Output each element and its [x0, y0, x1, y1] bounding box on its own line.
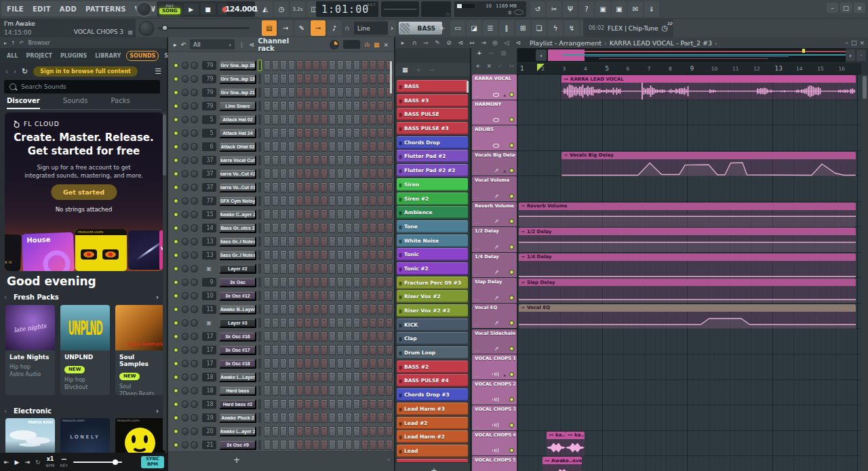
step-button[interactable] [280, 386, 287, 396]
track-options-icon[interactable]: … [475, 424, 479, 428]
audio-clip[interactable]: ⊶ka..6 [566, 432, 585, 456]
graph-editor-icon[interactable]: ılı [364, 41, 370, 48]
step-button[interactable] [337, 237, 344, 247]
step-button[interactable] [337, 142, 344, 152]
step-button[interactable] [321, 304, 328, 314]
playlist-scrollbar[interactable] [861, 75, 868, 471]
audio-clip[interactable]: ⊶Awake..everb [542, 457, 582, 471]
automation-icon[interactable]: ⊸ [494, 270, 499, 274]
track-led[interactable] [509, 117, 514, 122]
step-button[interactable] [337, 359, 344, 369]
pattern-add-icon[interactable]: + [438, 20, 446, 36]
toolbar-icon-7[interactable]: ↯ [564, 20, 579, 36]
step-button[interactable] [353, 386, 360, 396]
track-header[interactable]: Vocal Volume…⊸ [472, 176, 517, 201]
step-button[interactable] [296, 223, 303, 233]
audio-tab-icon[interactable]: + [416, 66, 422, 73]
step-button[interactable] [370, 74, 376, 84]
channel-led[interactable] [174, 239, 178, 244]
step-button[interactable] [304, 223, 311, 233]
step-button[interactable] [329, 169, 336, 179]
step-button[interactable] [345, 277, 352, 287]
step-button[interactable] [345, 169, 352, 179]
step-button[interactable] [264, 209, 271, 220]
channel-button[interactable]: 3x Osc [219, 277, 257, 287]
step-button[interactable] [296, 359, 303, 369]
step-button[interactable] [280, 101, 287, 111]
step-button[interactable] [313, 264, 319, 274]
step-button[interactable] [361, 237, 368, 247]
step-button[interactable] [361, 115, 368, 125]
step-button[interactable] [304, 250, 311, 260]
automation-clip[interactable]: ⊸Vocal EQ [519, 304, 856, 329]
step-button[interactable] [361, 142, 368, 152]
eye-icon[interactable] [493, 144, 499, 148]
step-button[interactable] [353, 291, 360, 301]
step-button[interactable] [386, 372, 393, 382]
speaker-icon[interactable]: ⊲ [514, 39, 522, 46]
step-button[interactable] [296, 413, 303, 423]
step-button[interactable] [337, 291, 344, 301]
picker-item[interactable]: ≣BASS #3 [397, 94, 468, 107]
step-button[interactable] [378, 60, 384, 70]
step-button[interactable] [272, 359, 279, 369]
step-button[interactable] [361, 196, 368, 206]
eye-icon[interactable] [493, 118, 499, 122]
fl-logo-knob[interactable] [136, 1, 152, 17]
step-button[interactable] [370, 182, 376, 192]
step-button[interactable] [296, 101, 303, 111]
step-button[interactable] [353, 223, 360, 233]
patterns-tab-icon[interactable]: ▦ [402, 66, 408, 73]
step-button[interactable] [329, 359, 336, 369]
browser-tab-all[interactable]: ALL [4, 52, 20, 60]
step-button[interactable] [345, 291, 352, 301]
metronome-icon[interactable]: ◭ [258, 1, 273, 17]
step-button[interactable] [272, 155, 279, 165]
step-button[interactable] [264, 331, 271, 342]
toolbar-icon-4[interactable]: ⊞ [515, 20, 530, 36]
step-button[interactable] [288, 223, 295, 233]
step-button[interactable] [378, 331, 384, 342]
channel-button[interactable]: Bass Gr..l Notes [219, 250, 257, 260]
step-button[interactable] [386, 264, 393, 274]
pack-card-late-nights[interactable]: late nights Late Nights Hip hop Astro Au… [5, 305, 55, 395]
step-button[interactable] [264, 237, 271, 247]
step-button[interactable] [313, 223, 319, 233]
step-button[interactable] [272, 426, 279, 436]
step-button[interactable] [329, 128, 336, 138]
step-button[interactable] [313, 345, 319, 355]
step-button[interactable] [304, 237, 311, 247]
track-led[interactable] [509, 423, 514, 428]
step-button[interactable] [361, 372, 368, 382]
step-button[interactable] [264, 291, 271, 301]
picker-item[interactable]: ≣Lead Harm #3 [397, 403, 468, 415]
track-options-icon[interactable]: … [475, 398, 479, 403]
picker-item[interactable]: ≣Chords Drop #3 [397, 388, 468, 401]
step-button[interactable] [353, 196, 360, 206]
step-button[interactable] [345, 209, 352, 220]
toolbar-icon-0[interactable]: ▭ [450, 20, 465, 36]
step-button[interactable] [361, 182, 368, 192]
channel-button[interactable]: 3x Osc #18 [219, 359, 257, 369]
step-button[interactable] [272, 60, 279, 70]
step-button[interactable] [321, 182, 328, 192]
step-button[interactable] [304, 209, 311, 220]
step-button[interactable] [296, 372, 303, 382]
step-button[interactable] [345, 331, 352, 342]
step-button[interactable] [370, 115, 376, 125]
channel-led[interactable] [174, 131, 178, 136]
channel-button[interactable]: 3x Osc #9 [219, 440, 257, 450]
channel-target-number[interactable]: 5 [202, 129, 216, 138]
track-header[interactable]: ADLIBS… [472, 125, 517, 150]
step-button[interactable] [296, 386, 303, 396]
step-button[interactable] [321, 250, 328, 260]
step-button[interactable] [378, 318, 384, 328]
channel-button[interactable]: karra Vo..Cut #3 [219, 182, 257, 192]
volume-knob[interactable] [191, 319, 198, 327]
step-button[interactable] [361, 413, 368, 423]
channel-led[interactable] [174, 77, 178, 81]
automation-clip[interactable]: ⊸Slap Delay [519, 279, 856, 303]
step-button[interactable] [370, 413, 376, 423]
channel-led[interactable] [174, 388, 178, 393]
step-button[interactable] [280, 250, 287, 260]
